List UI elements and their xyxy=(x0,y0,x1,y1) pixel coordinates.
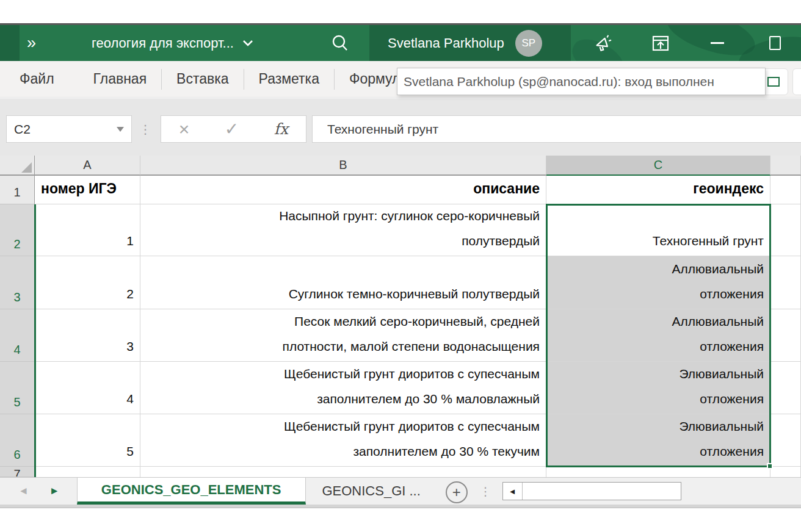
title-bar: » геология для экспорт... Svetlana Parkh… xyxy=(0,25,801,61)
feedback-button[interactable] xyxy=(585,25,622,61)
cell-B3[interactable]: Суглинок темно-коричневый полутвердый xyxy=(140,256,546,309)
cell-D4[interactable] xyxy=(770,309,801,362)
cell-C5[interactable]: Элювиальный отложения xyxy=(546,362,770,414)
cell-D6[interactable] xyxy=(770,414,801,467)
maximize-icon xyxy=(769,36,781,50)
sheet-tab-geonics-geo-elements[interactable]: GEONICS_GEO_ELEMENTS xyxy=(77,478,306,505)
row-header-2[interactable]: 2 xyxy=(0,204,35,256)
cell-C1[interactable]: геоиндекс xyxy=(546,176,770,204)
tab-layout[interactable]: Разметка xyxy=(244,65,334,93)
green-square-icon xyxy=(767,77,780,87)
account-name: Svetlana Parkholup xyxy=(388,35,504,51)
ribbon-display-button[interactable] xyxy=(642,25,679,61)
column-header-d[interactable] xyxy=(770,156,801,176)
cell-A6[interactable]: 5 xyxy=(35,414,140,467)
scrollbar-thumb[interactable] xyxy=(523,483,681,500)
row-header-1[interactable]: 1 xyxy=(0,176,35,204)
search-button[interactable] xyxy=(327,32,353,54)
cell-A4[interactable]: 3 xyxy=(35,309,140,362)
quick-access-collapse-icon[interactable]: » xyxy=(27,25,35,61)
cell-D2[interactable] xyxy=(770,204,801,256)
row-header-3[interactable]: 3 xyxy=(0,256,35,309)
tabstrip-handle[interactable]: ⋮ xyxy=(474,478,498,505)
scroll-left-icon[interactable]: ◄ xyxy=(503,483,523,500)
signin-tooltip-text: Svetlana Parkholup (sp@nanocad.ru): вход… xyxy=(404,74,714,89)
name-box-value: C2 xyxy=(14,122,117,137)
window-bottom-border xyxy=(0,505,801,508)
formula-input[interactable]: Техногенный грунт xyxy=(312,115,801,143)
select-all-button[interactable] xyxy=(0,156,35,176)
excel-window: » геология для экспорт... Svetlana Parkh… xyxy=(0,0,801,532)
box-arrow-up-icon xyxy=(651,34,670,53)
cell-A2[interactable]: 1 xyxy=(35,204,140,256)
spreadsheet-grid: A B C 1 номер ИГЭ описание геоиндекс 2 1… xyxy=(0,156,801,477)
megaphone-icon xyxy=(593,33,614,54)
cell-B7[interactable] xyxy=(140,467,546,477)
cell-A7[interactable] xyxy=(35,467,140,477)
tab-file[interactable]: Файл xyxy=(0,65,79,93)
cell-B6[interactable]: Щебенистый грунт диоритов с супесчаным з… xyxy=(140,414,546,467)
cell-B1[interactable]: описание xyxy=(140,176,546,204)
cell-C2-active[interactable]: Техногенный грунт xyxy=(546,204,770,256)
document-title-text: геология для экспорт... xyxy=(92,35,234,51)
next-sheet-icon[interactable]: ► xyxy=(49,485,60,497)
titlebar-left-strip xyxy=(0,25,20,61)
cell-A5[interactable]: 4 xyxy=(35,362,140,414)
corner-button-clipped[interactable] xyxy=(792,68,801,95)
insert-function-button[interactable]: fx xyxy=(274,120,288,138)
cell-B2[interactable]: Насыпной грунт: суглинок серо-коричневый… xyxy=(140,204,546,256)
search-icon xyxy=(331,34,349,52)
cell-D5[interactable] xyxy=(770,362,801,414)
column-header-a[interactable]: A xyxy=(35,156,140,176)
cell-C7[interactable] xyxy=(546,467,770,477)
cell-D1[interactable] xyxy=(770,176,801,204)
column-header-c[interactable]: C xyxy=(546,156,770,176)
cell-D3[interactable] xyxy=(770,256,801,309)
document-title[interactable]: геология для экспорт... xyxy=(92,25,253,61)
cell-C6[interactable]: Элювиальный отложения xyxy=(546,414,770,467)
tab-insert[interactable]: Вставка xyxy=(162,65,244,93)
cell-B5[interactable]: Щебенистый грунт диоритов с супесчаным з… xyxy=(140,362,546,414)
formula-input-value: Техногенный грунт xyxy=(327,122,438,137)
formula-buttons: × ✓ fx xyxy=(161,115,306,143)
row-header-4[interactable]: 4 xyxy=(0,309,35,362)
formula-bar: C2 ⋮ × ✓ fx Техногенный грунт xyxy=(0,98,801,156)
horizontal-scrollbar[interactable]: ◄ xyxy=(502,482,681,500)
cell-A1[interactable]: номер ИГЭ xyxy=(35,176,140,204)
prev-sheet-icon[interactable]: ◄ xyxy=(18,485,29,497)
sheet-nav: ◄ ► xyxy=(0,478,77,505)
row-header-7[interactable]: 7 xyxy=(0,467,35,477)
name-box[interactable]: C2 xyxy=(6,115,132,143)
cell-D7[interactable] xyxy=(770,467,801,477)
minimize-button[interactable] xyxy=(699,25,736,61)
add-sheet-button[interactable]: + xyxy=(446,481,468,503)
chevron-down-icon xyxy=(242,40,253,47)
sheet-tab-strip: ◄ ► GEONICS_GEO_ELEMENTS GEONICS_GI ... … xyxy=(0,477,801,505)
tab-home[interactable]: Главная xyxy=(79,65,162,93)
cell-C3[interactable]: Аллювиальный отложения xyxy=(546,256,770,309)
enter-button[interactable]: ✓ xyxy=(225,121,239,138)
avatar[interactable]: SP xyxy=(515,30,542,57)
cell-B4[interactable]: Песок мелкий серо-коричневый, средней пл… xyxy=(140,309,546,362)
column-header-b[interactable]: B xyxy=(140,156,546,176)
cell-A3[interactable]: 2 xyxy=(35,256,140,309)
maximize-button[interactable] xyxy=(756,25,793,61)
cell-C4[interactable]: Аллювиальный отложения xyxy=(546,309,770,362)
formula-bar-handle[interactable]: ⋮ xyxy=(139,115,151,143)
minimize-icon xyxy=(711,42,724,44)
signin-tooltip: Svetlana Parkholup (sp@nanocad.ru): вход… xyxy=(397,68,766,95)
row-header-5[interactable]: 5 xyxy=(0,362,35,414)
cancel-button[interactable]: × xyxy=(179,120,190,138)
name-box-dropdown-icon[interactable] xyxy=(117,127,124,132)
account-area[interactable]: Svetlana Parkholup SP xyxy=(369,25,571,61)
sheet-tab-geonics-gi[interactable]: GEONICS_GI ... xyxy=(306,478,437,505)
row-header-6[interactable]: 6 xyxy=(0,414,35,467)
